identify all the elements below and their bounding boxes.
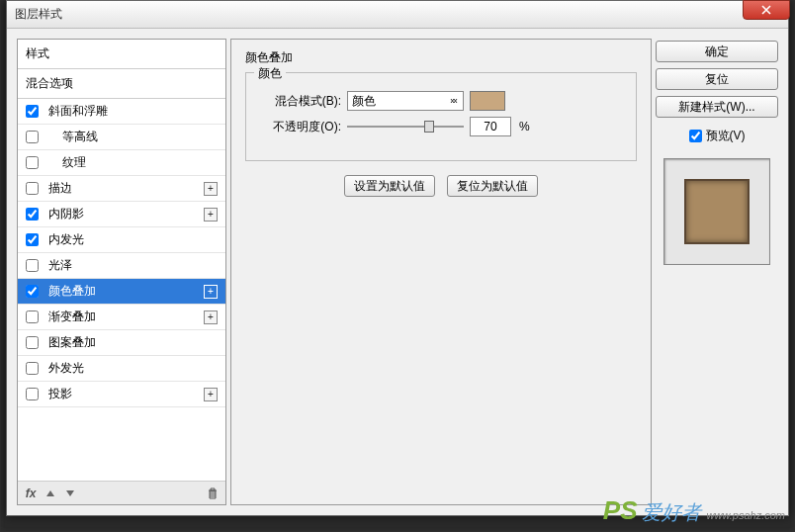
style-item[interactable]: 外发光 <box>18 356 225 382</box>
style-item[interactable]: 斜面和浮雕 <box>18 99 225 125</box>
style-checkbox[interactable] <box>26 156 39 169</box>
style-item-label: 图案叠加 <box>44 334 218 351</box>
preview-box <box>663 158 770 265</box>
ok-button[interactable]: 确定 <box>656 41 778 62</box>
style-item[interactable]: 光泽 <box>18 253 225 279</box>
preview-swatch <box>684 179 750 244</box>
style-item-label: 内阴影 <box>44 206 204 222</box>
close-button[interactable] <box>743 0 790 20</box>
style-item-label: 描边 <box>44 180 204 197</box>
plus-icon[interactable]: + <box>204 310 218 324</box>
styles-header[interactable]: 样式 <box>18 40 225 69</box>
style-item[interactable]: 等高线 <box>18 125 225 150</box>
style-checkbox[interactable] <box>26 310 39 323</box>
color-fieldset: 颜色 混合模式(B): 颜色 不透明度(O): % <box>245 72 637 161</box>
blend-mode-value: 颜色 <box>352 93 376 110</box>
style-checkbox[interactable] <box>26 208 39 221</box>
style-item[interactable]: 图案叠加 <box>18 330 225 356</box>
blend-options-header[interactable]: 混合选项 <box>18 69 225 99</box>
percent-label: % <box>519 120 530 133</box>
style-item[interactable]: 渐变叠加+ <box>18 305 225 330</box>
style-item-label: 颜色叠加 <box>44 283 204 300</box>
style-item-label: 纹理 <box>44 154 218 171</box>
arrow-down-icon[interactable] <box>63 487 77 500</box>
style-checkbox[interactable] <box>26 131 39 143</box>
style-item[interactable]: 内阴影+ <box>18 202 225 227</box>
style-checkbox[interactable] <box>26 285 39 298</box>
style-checkbox[interactable] <box>26 388 39 400</box>
settings-panel: 颜色叠加 颜色 混合模式(B): 颜色 不透明度(O): <box>230 39 652 505</box>
close-icon <box>761 5 771 15</box>
style-item[interactable]: 描边+ <box>18 176 225 202</box>
style-checkbox[interactable] <box>26 105 39 118</box>
fx-icon[interactable]: fx <box>24 487 38 500</box>
preview-checkbox[interactable] <box>689 130 702 142</box>
arrow-up-icon[interactable] <box>44 487 57 500</box>
plus-icon[interactable]: + <box>204 285 218 299</box>
opacity-slider[interactable] <box>347 118 464 135</box>
layer-style-dialog: 图层样式 样式 混合选项 斜面和浮雕等高线纹理描边+内阴影+内发光光泽颜色叠加+… <box>6 0 789 516</box>
styles-panel: 样式 混合选项 斜面和浮雕等高线纹理描边+内阴影+内发光光泽颜色叠加+渐变叠加+… <box>17 39 226 505</box>
group-title: 颜色叠加 <box>245 49 637 66</box>
plus-icon[interactable]: + <box>204 388 218 401</box>
titlebar[interactable]: 图层样式 <box>7 1 788 29</box>
slider-thumb[interactable] <box>424 121 434 133</box>
style-item-label: 外发光 <box>44 360 218 377</box>
set-default-button[interactable]: 设置为默认值 <box>344 175 435 197</box>
new-style-button[interactable]: 新建样式(W)... <box>656 96 778 118</box>
style-item-label: 渐变叠加 <box>44 309 204 325</box>
style-item-label: 内发光 <box>44 231 218 248</box>
style-item[interactable]: 内发光 <box>18 227 225 253</box>
color-swatch[interactable] <box>470 91 505 111</box>
styles-footer: fx <box>18 481 225 504</box>
style-checkbox[interactable] <box>26 233 39 246</box>
opacity-label: 不透明度(O): <box>260 119 341 135</box>
style-checkbox[interactable] <box>26 362 39 375</box>
fieldset-legend: 颜色 <box>254 65 286 82</box>
plus-icon[interactable]: + <box>204 208 218 222</box>
blend-mode-label: 混合模式(B): <box>260 93 341 110</box>
style-checkbox[interactable] <box>26 336 39 349</box>
style-item[interactable]: 投影+ <box>18 382 225 407</box>
dialog-title: 图层样式 <box>15 6 62 23</box>
chevron-down-icon <box>448 95 460 107</box>
preview-checkbox-row[interactable]: 预览(V) <box>656 128 778 144</box>
style-item[interactable]: 颜色叠加+ <box>18 279 225 305</box>
reset-default-button[interactable]: 复位为默认值 <box>447 175 538 197</box>
style-list: 斜面和浮雕等高线纹理描边+内阴影+内发光光泽颜色叠加+渐变叠加+图案叠加外发光投… <box>18 99 225 481</box>
style-item-label: 投影 <box>44 386 204 402</box>
watermark: PS 爱好者 www.psahz.com <box>603 495 785 526</box>
trash-icon[interactable] <box>206 487 220 500</box>
style-checkbox[interactable] <box>26 259 39 272</box>
action-panel: 确定 复位 新建样式(W)... 预览(V) <box>656 39 778 505</box>
style-checkbox[interactable] <box>26 182 39 195</box>
preview-label: 预览(V) <box>706 128 746 144</box>
style-item[interactable]: 纹理 <box>18 150 225 176</box>
style-item-label: 等高线 <box>44 129 218 145</box>
style-item-label: 光泽 <box>44 257 218 274</box>
reset-button[interactable]: 复位 <box>656 68 778 90</box>
style-item-label: 斜面和浮雕 <box>44 103 218 120</box>
blend-mode-select[interactable]: 颜色 <box>347 91 464 111</box>
plus-icon[interactable]: + <box>204 182 218 196</box>
opacity-input[interactable] <box>470 117 511 136</box>
